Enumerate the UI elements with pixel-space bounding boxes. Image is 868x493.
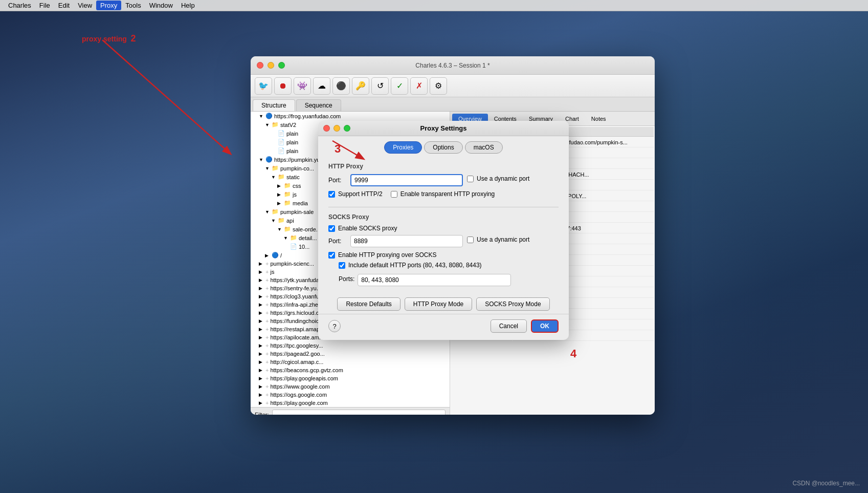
toolbar-cross[interactable]: ✗: [410, 77, 428, 95]
tree-label: https://fundingchoic...: [270, 318, 323, 324]
menu-file[interactable]: File: [35, 1, 54, 10]
tree-item-play-google[interactable]: ▶ + https://play.google.com: [251, 399, 450, 407]
folder-icon: 📁: [272, 165, 279, 172]
toolbar-settings[interactable]: ⚙: [430, 77, 447, 95]
include-ports-section: Include default HTTP ports (80, 443, 808…: [339, 262, 559, 286]
tree-icon: +: [265, 342, 269, 349]
restore-defaults-button[interactable]: Restore Defaults: [337, 297, 400, 311]
tree-arrow: ▶: [259, 261, 264, 266]
enable-socks-row: Enable SOCKS proxy: [328, 225, 559, 232]
toolbar-compose[interactable]: ⚫: [332, 77, 350, 95]
dialog-tab-macos[interactable]: macOS: [465, 141, 503, 154]
filter-input[interactable]: [272, 410, 446, 415]
tree-item-cgicol[interactable]: ▶ + http://cgicol.amap.c...: [251, 358, 450, 366]
tree-icon: +: [265, 261, 269, 267]
toolbar-throttle[interactable]: 👾: [294, 77, 311, 95]
tree-arrow: ▶: [259, 269, 264, 274]
tree-item-ogs[interactable]: ▶ + https://ogs.google.com: [251, 391, 450, 399]
tree-icon: +: [265, 269, 269, 275]
enable-socks-checkbox[interactable]: [328, 225, 335, 232]
transparent-text: Enable transparent HTTP proxying: [400, 190, 495, 198]
tree-arrow: ▶: [259, 286, 264, 291]
toolbar-refresh[interactable]: ↺: [371, 77, 389, 95]
minimize-button[interactable]: [268, 62, 274, 69]
ok-button[interactable]: OK: [531, 319, 559, 333]
dynamic-port-checkbox[interactable]: [467, 176, 474, 182]
tree-label: css: [293, 183, 301, 189]
toolbar-broom[interactable]: 🐦: [255, 77, 272, 95]
menu-window[interactable]: Window: [145, 1, 177, 10]
dialog-controls: [323, 125, 350, 132]
http-over-socks-checkbox[interactable]: [328, 252, 335, 259]
http-port-input[interactable]: [350, 174, 463, 186]
tree-icon: 🔵: [272, 252, 279, 259]
http-options-row: Support HTTP/2 Enable transparent HTTP p…: [328, 190, 559, 201]
tree-label: plain: [286, 131, 298, 137]
tree-label: https://beacons.gcp.gvtz.com: [270, 367, 343, 373]
dialog-maximize-button[interactable]: [344, 125, 350, 132]
include-ports-checkbox[interactable]: [339, 262, 345, 269]
tree-label: static: [286, 174, 300, 180]
tab-structure[interactable]: Structure: [253, 99, 295, 111]
tree-item-google[interactable]: ▶ + https://www.google.com: [251, 382, 450, 391]
toolbar-check[interactable]: ✓: [391, 77, 408, 95]
tree-icon: +: [265, 318, 269, 324]
tree-item-pagead2[interactable]: ▶ + https://pagead2.goo...: [251, 350, 450, 358]
socks-port-input[interactable]: [350, 235, 463, 247]
dialog-mode-buttons: Restore Defaults HTTP Proxy Mode SOCKS P…: [318, 294, 569, 314]
tree-item-beacons[interactable]: ▶ + https://beacons.gcp.gvtz.com: [251, 366, 450, 374]
enable-socks-text: Enable SOCKS proxy: [338, 225, 397, 232]
dialog-titlebar: Proxy Settings: [318, 121, 569, 136]
folder-icon: 📁: [284, 226, 291, 232]
toolbar-record[interactable]: ⏺: [274, 77, 292, 95]
toolbar-ssl[interactable]: 🔑: [352, 77, 369, 95]
include-ports-text: Include default HTTP ports (80, 443, 808…: [348, 262, 482, 269]
tab-notes[interactable]: Notes: [585, 114, 612, 124]
support-http2-checkbox[interactable]: [328, 191, 335, 198]
dialog-tab-options[interactable]: Options: [424, 141, 462, 154]
tree-item-tpc[interactable]: ▶ + https://tpc.googlesy...: [251, 341, 450, 350]
tree-icon: +: [265, 285, 269, 291]
tree-icon: +: [265, 351, 269, 357]
transparent-checkbox[interactable]: [391, 191, 397, 198]
menu-proxy[interactable]: Proxy: [96, 1, 121, 10]
proxy-dialog: Proxy Settings Proxies Options macOS HTT…: [318, 121, 569, 340]
cancel-button[interactable]: Cancel: [491, 319, 527, 333]
tree-icon: 🔵: [265, 113, 273, 119]
tab-sequence[interactable]: Sequence: [296, 99, 341, 111]
window-titlebar: Charles 4.6.3 – Session 1 *: [251, 56, 655, 75]
socks-dynamic-checkbox[interactable]: [467, 237, 474, 243]
tree-label: https://grs.hicloud.c...: [270, 310, 323, 316]
tree-label: plain: [286, 139, 298, 145]
tree-item-play-googleapis[interactable]: ▶ + https://play.googleapis.com: [251, 374, 450, 382]
http-over-socks-text: Enable HTTP proxying over SOCKS: [338, 251, 437, 259]
tree-item-frog[interactable]: ▼ 🔵 https://frog.yuanfudao.com: [251, 112, 450, 120]
tree-label: https://apilocate.am...: [270, 334, 324, 340]
tree-label: statV2: [280, 122, 296, 128]
tree-label: js: [270, 269, 274, 275]
menu-view[interactable]: View: [74, 1, 96, 10]
help-button[interactable]: ?: [328, 320, 341, 332]
port-label: Port:: [328, 177, 346, 184]
dialog-minimize-button[interactable]: [333, 125, 340, 132]
http-proxy-mode-button[interactable]: HTTP Proxy Mode: [405, 297, 472, 311]
menu-charles[interactable]: Charles: [4, 1, 35, 10]
dialog-close-button[interactable]: [323, 125, 330, 132]
ports-input[interactable]: [358, 274, 511, 286]
menu-tools[interactable]: Tools: [121, 1, 145, 10]
tree-label: https://play.google.com: [270, 400, 327, 406]
folder-icon: 📁: [278, 217, 285, 224]
dialog-tab-proxies[interactable]: Proxies: [384, 141, 422, 154]
menu-edit[interactable]: Edit: [54, 1, 74, 10]
close-button[interactable]: [257, 62, 263, 69]
tree-label: plain: [286, 148, 298, 154]
file-icon: 📄: [278, 147, 285, 154]
tree-arrow: ▶: [259, 302, 264, 307]
tree-icon: +: [265, 277, 269, 283]
socks-port-label: Port:: [328, 238, 346, 245]
menu-help[interactable]: Help: [177, 1, 199, 10]
tree-arrow: ▶: [259, 343, 264, 348]
socks-proxy-mode-button[interactable]: SOCKS Proxy Mode: [476, 297, 549, 311]
maximize-button[interactable]: [278, 62, 285, 69]
toolbar-breakpoint[interactable]: ☁: [313, 77, 330, 95]
